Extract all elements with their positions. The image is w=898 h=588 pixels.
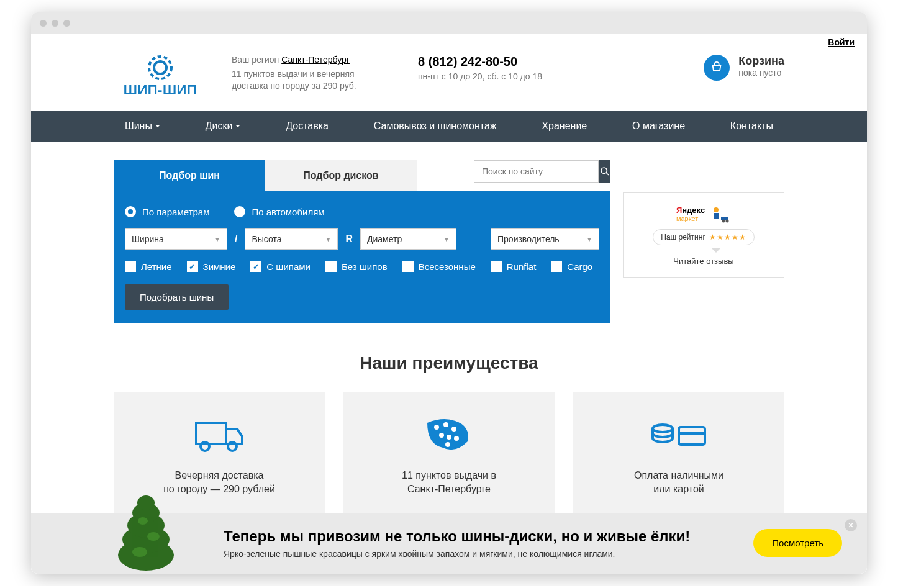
search-icon: [600, 166, 610, 176]
svg-point-28: [138, 517, 148, 525]
svg-point-6: [722, 220, 725, 223]
checkbox-summer[interactable]: Летние: [125, 261, 172, 272]
region-label: Ваш регион Санкт-Петербург: [232, 55, 393, 65]
banner-title: Теперь мы привозим не только шины-диски,…: [224, 528, 753, 545]
map-pins-icon: [356, 410, 542, 460]
cart-status: пока пусто: [738, 68, 784, 78]
checkbox-icon: ✓: [187, 261, 198, 272]
checkbox-icon: ✓: [250, 261, 261, 272]
svg-point-0: [149, 57, 171, 79]
select-height[interactable]: Высота▼: [245, 228, 338, 250]
svg-point-12: [443, 422, 448, 427]
truck-icon: [126, 410, 312, 460]
svg-point-2: [601, 168, 607, 173]
checkbox-icon: [551, 261, 562, 272]
checkbox-cargo[interactable]: Cargo: [551, 261, 592, 272]
gear-icon: [114, 52, 207, 83]
radio-by-car[interactable]: По автомобилям: [234, 206, 324, 217]
rating-value: Наш рейтинг ★★★★★: [653, 229, 755, 245]
nav-tires[interactable]: Шины: [114, 111, 171, 142]
svg-rect-19: [679, 427, 705, 445]
banner-subtitle: Ярко-зеленые пышные красавицы с ярким хв…: [224, 549, 753, 559]
checkbox-allseason[interactable]: Всесезонные: [402, 261, 476, 272]
search-input[interactable]: [474, 160, 599, 183]
promo-banner: Теперь мы привозим не только шины-диски,…: [31, 513, 867, 574]
region-city[interactable]: Санкт-Петербург: [281, 55, 350, 65]
nav-delivery[interactable]: Доставка: [274, 111, 340, 142]
brand-logo[interactable]: ШИП-ШИП: [114, 52, 207, 98]
svg-point-1: [154, 61, 166, 74]
stars-icon: ★★★★★: [709, 233, 746, 242]
advantage-text: 11 пунктов выдачи в: [356, 469, 542, 482]
svg-point-14: [447, 435, 451, 440]
advantage-payment: Оплата наличными или картой: [573, 392, 784, 515]
radio-by-params[interactable]: По параметрам: [125, 206, 209, 217]
window-dot: [52, 20, 58, 27]
select-diameter[interactable]: Диаметр▼: [360, 228, 456, 250]
advantage-text: Санкт-Петербурге: [356, 482, 542, 496]
svg-point-7: [726, 220, 729, 223]
chevron-down-icon: ▼: [443, 236, 450, 243]
close-icon[interactable]: ✕: [845, 519, 857, 531]
separator: R: [345, 233, 353, 245]
nav-about[interactable]: О магазине: [621, 111, 696, 142]
bubble-tail: [711, 248, 721, 253]
nav-pickup[interactable]: Самовывоз и шиномонтаж: [363, 111, 508, 142]
svg-rect-8: [196, 423, 226, 444]
login-link[interactable]: Войти: [828, 37, 855, 47]
reviews-link[interactable]: Читайте отзывы: [630, 256, 778, 266]
svg-point-3: [714, 207, 719, 212]
courier-icon: [710, 204, 731, 223]
checkbox-nostuds[interactable]: Без шипов: [325, 261, 388, 272]
svg-point-27: [147, 532, 160, 541]
search-button[interactable]: [599, 160, 610, 183]
checkbox-runflat[interactable]: Runflat: [491, 261, 537, 272]
window-dot: [40, 20, 47, 27]
nav-disks[interactable]: Диски: [194, 111, 252, 142]
tab-disk-picker[interactable]: Подбор дисков: [265, 160, 417, 191]
svg-point-13: [451, 427, 456, 432]
checkbox-icon: [325, 261, 337, 272]
svg-point-26: [132, 547, 147, 557]
chevron-down-icon: ▼: [325, 236, 332, 243]
checkbox-icon: [125, 261, 136, 272]
svg-point-16: [454, 436, 459, 441]
phone-hours: пн-пт с 10 до 20, сб. с 10 до 18: [418, 71, 579, 81]
checkbox-icon: [402, 261, 414, 272]
tab-tire-picker[interactable]: Подбор шин: [114, 160, 265, 191]
svg-point-17: [445, 442, 450, 447]
nav-storage[interactable]: Хранение: [530, 111, 598, 142]
phone-number[interactable]: 8 (812) 242-80-50: [418, 55, 579, 69]
cart-title: Корзина: [738, 55, 784, 68]
select-width[interactable]: Ширина▼: [125, 228, 227, 250]
advantage-pickup: 11 пунктов выдачи в Санкт-Петербурге: [343, 392, 555, 515]
cart-block[interactable]: Корзина пока пусто: [704, 52, 784, 81]
payment-icon: [586, 410, 772, 460]
window-dot: [63, 20, 70, 27]
advantages-title: Наши преимущества: [114, 353, 784, 373]
checkbox-studs[interactable]: ✓С шипами: [250, 261, 311, 272]
basket-icon: [704, 55, 730, 81]
yandex-logo-icon: Яндекс маркет: [676, 206, 705, 222]
radio-icon: [125, 206, 136, 217]
christmas-tree-icon: [106, 493, 186, 574]
browser-chrome: [31, 12, 867, 34]
checkbox-icon: [491, 261, 502, 272]
checkbox-winter[interactable]: ✓Зимние: [187, 261, 236, 272]
yandex-rating-widget[interactable]: Яндекс маркет Наш рейтинг ★★★★★ Читайте …: [623, 192, 784, 278]
select-manufacturer[interactable]: Производитель▼: [491, 228, 599, 250]
submit-button[interactable]: Подобрать шины: [125, 284, 229, 310]
chevron-down-icon: ▼: [586, 236, 592, 243]
svg-point-25: [137, 495, 155, 510]
radio-icon: [234, 206, 245, 217]
separator: /: [235, 233, 237, 245]
chevron-down-icon: [235, 125, 240, 127]
svg-point-18: [653, 425, 673, 432]
nav-contacts[interactable]: Контакты: [719, 111, 784, 142]
chevron-down-icon: [155, 125, 160, 127]
svg-rect-4: [714, 213, 719, 219]
banner-button[interactable]: Посмотреть: [753, 529, 842, 557]
svg-point-15: [439, 433, 444, 438]
advantage-text: или картой: [586, 482, 772, 496]
brand-name: ШИП-ШИП: [114, 82, 207, 98]
